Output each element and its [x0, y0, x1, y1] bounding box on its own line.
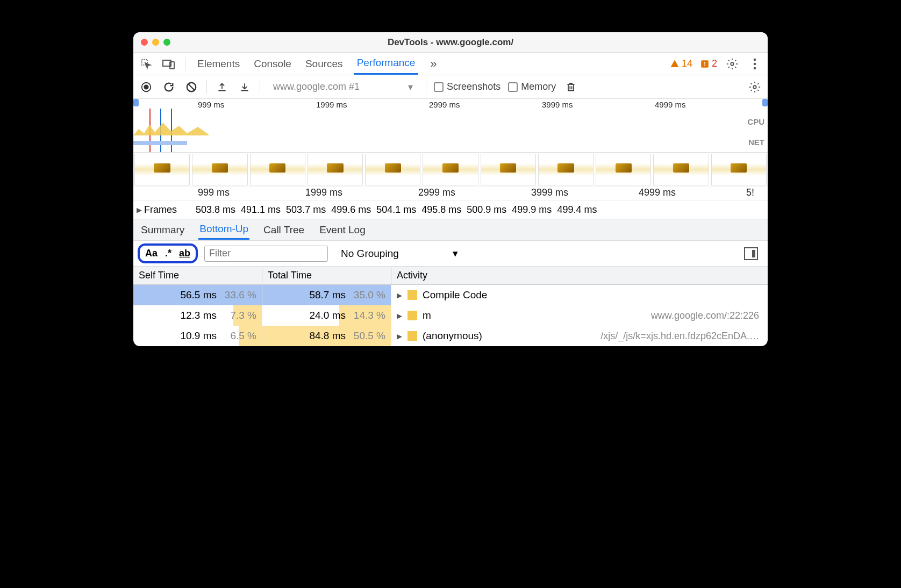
more-tabs-icon[interactable]: »	[426, 56, 441, 71]
whole-word-button[interactable]: ab	[179, 248, 190, 259]
filmstrip-thumb[interactable]	[481, 154, 536, 185]
activity-name: Compile Code	[423, 289, 487, 301]
activity-source[interactable]: /xjs/_/js/k=xjs.hd.en.fdzp62cEnDA.…	[600, 331, 768, 342]
device-toggle-icon[interactable]	[161, 56, 176, 71]
filter-bar: Aa .* ab No Grouping ▾	[133, 241, 768, 267]
overview-handle-left[interactable]	[133, 99, 139, 106]
svg-point-12	[753, 85, 756, 89]
screenshots-checkbox[interactable]: Screenshots	[434, 81, 500, 92]
errors-badge[interactable]: ! 2	[700, 58, 717, 69]
detail-tabs: Summary Bottom-Up Call Tree Event Log	[133, 219, 768, 241]
cpu-chart	[133, 119, 209, 135]
warnings-badge[interactable]: 14	[670, 58, 692, 69]
clear-icon[interactable]	[184, 80, 199, 95]
filmstrip-thumb[interactable]	[192, 154, 247, 185]
filmstrip-thumb[interactable]	[596, 154, 651, 185]
detail-time-axis: 999 ms 1999 ms 2999 ms 3999 ms 4999 ms 5…	[133, 187, 768, 201]
tab-bottom-up[interactable]: Bottom-Up	[198, 220, 249, 240]
frames-label: Frames	[144, 204, 177, 216]
expand-icon[interactable]: ▶	[397, 312, 402, 320]
capture-settings-icon[interactable]	[747, 80, 762, 95]
settings-icon[interactable]	[725, 56, 740, 71]
record-icon[interactable]	[139, 80, 154, 95]
tab-sources[interactable]: Sources	[302, 54, 346, 74]
activity-source[interactable]: www.google.com/:22:226	[651, 310, 768, 321]
match-case-button[interactable]: Aa	[145, 248, 158, 259]
col-self-time[interactable]: Self Time	[133, 267, 262, 284]
recording-select[interactable]: www.google.com #1 ▾	[268, 81, 418, 93]
frame-times: 503.8 ms491.1 ms503.7 ms 499.6 ms504.1 m…	[196, 204, 597, 216]
kebab-menu-icon[interactable]	[747, 56, 762, 71]
svg-point-10	[144, 84, 148, 89]
col-activity[interactable]: Activity	[391, 267, 768, 284]
tab-summary[interactable]: Summary	[140, 221, 185, 239]
table-row[interactable]: 56.5 ms33.6 % 58.7 ms35.0 % ▶Compile Cod…	[133, 285, 768, 305]
tab-console[interactable]: Console	[251, 54, 295, 74]
col-total-time[interactable]: Total Time	[262, 267, 391, 284]
table-header: Self Time Total Time Activity	[133, 267, 768, 285]
inspect-icon[interactable]	[139, 56, 154, 71]
toggle-side-pane-icon[interactable]	[744, 247, 758, 260]
svg-point-5	[731, 62, 734, 66]
regex-button[interactable]: .*	[165, 248, 171, 259]
warnings-count: 14	[682, 58, 692, 69]
filmstrip-thumb[interactable]	[308, 154, 363, 185]
category-swatch-icon	[407, 331, 417, 341]
svg-point-7	[754, 62, 756, 65]
filmstrip-thumb[interactable]	[653, 154, 709, 185]
tab-call-tree[interactable]: Call Tree	[262, 221, 305, 239]
expand-icon[interactable]: ▶	[137, 206, 142, 214]
svg-text:!: !	[704, 60, 706, 67]
reload-icon[interactable]	[161, 80, 176, 95]
svg-point-8	[754, 67, 756, 69]
overview-pane[interactable]: 999 ms 1999 ms 2999 ms 3999 ms 4999 ms C…	[133, 99, 768, 153]
devtools-window: DevTools - www.google.com/ Elements Cons…	[133, 32, 768, 346]
panel-tabs: Elements Console Sources Performance » 1…	[133, 53, 768, 75]
chevron-down-icon: ▾	[408, 81, 413, 93]
titlebar: DevTools - www.google.com/	[133, 32, 768, 53]
errors-count: 2	[712, 58, 717, 69]
activity-name: m	[423, 310, 431, 321]
net-label: NET	[748, 138, 764, 147]
tab-elements[interactable]: Elements	[194, 54, 243, 74]
category-swatch-icon	[407, 290, 417, 300]
recording-select-label: www.google.com #1	[273, 81, 360, 92]
memory-checkbox[interactable]: Memory	[508, 81, 556, 92]
filmstrip-thumb[interactable]	[134, 154, 190, 185]
table-row[interactable]: 10.9 ms6.5 % 84.8 ms50.5 % ▶(anonymous)/…	[133, 326, 768, 346]
filmstrip-thumb[interactable]	[423, 154, 478, 185]
filter-input[interactable]	[204, 246, 328, 262]
download-icon[interactable]	[237, 80, 252, 95]
filmstrip-thumb[interactable]	[538, 154, 593, 185]
svg-point-6	[754, 58, 756, 61]
chevron-down-icon: ▾	[453, 247, 458, 260]
filmstrip[interactable]	[133, 153, 768, 187]
window-title: DevTools - www.google.com/	[133, 37, 768, 48]
overview-handle-right[interactable]	[762, 99, 768, 106]
tab-performance[interactable]: Performance	[354, 53, 419, 75]
expand-icon[interactable]: ▶	[397, 291, 402, 299]
category-swatch-icon	[407, 311, 417, 320]
filmstrip-thumb[interactable]	[711, 154, 767, 185]
perf-toolbar: www.google.com #1 ▾ Screenshots Memory	[133, 75, 768, 99]
net-bar	[133, 141, 187, 145]
activity-name: (anonymous)	[423, 330, 482, 342]
frames-track[interactable]: ▶Frames 503.8 ms491.1 ms503.7 ms 499.6 m…	[133, 201, 768, 219]
filmstrip-thumb[interactable]	[250, 154, 305, 185]
upload-icon[interactable]	[214, 80, 230, 95]
grouping-select[interactable]: No Grouping ▾	[334, 247, 458, 260]
cpu-label: CPU	[747, 117, 764, 126]
match-buttons-highlight: Aa .* ab	[138, 243, 198, 263]
expand-icon[interactable]: ▶	[397, 332, 402, 340]
filmstrip-thumb[interactable]	[365, 154, 420, 185]
delete-icon[interactable]	[563, 80, 578, 95]
tab-event-log[interactable]: Event Log	[318, 221, 367, 239]
table-row[interactable]: 12.3 ms7.3 % 24.0 ms14.3 % ▶mwww.google.…	[133, 305, 768, 326]
